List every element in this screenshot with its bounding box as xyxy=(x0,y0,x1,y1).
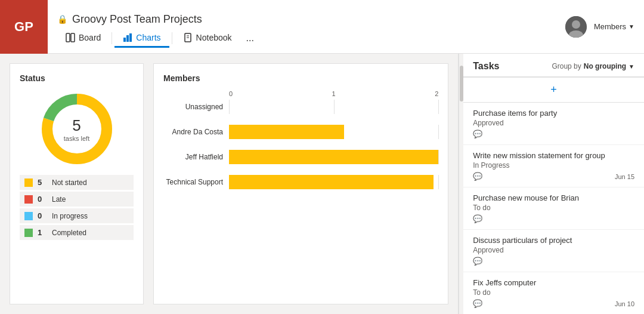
status-card: Status xyxy=(10,63,144,304)
task-item[interactable]: Write new mission statement for group In… xyxy=(463,145,644,187)
donut-center: 5 tasks left xyxy=(64,116,89,142)
svg-rect-3 xyxy=(126,35,129,42)
axis-label-2: 2 xyxy=(435,90,438,97)
legend-color-blue xyxy=(24,212,33,220)
left-panel: Status xyxy=(0,54,459,314)
bar-row-unassigned: Unassigned xyxy=(163,100,438,114)
more-button[interactable]: ... xyxy=(240,29,260,47)
group-by-control[interactable]: Group by No grouping ▼ xyxy=(552,62,634,70)
legend-color-yellow xyxy=(24,178,33,187)
bar-row-jeff: Jeff Hatfield xyxy=(163,150,438,164)
header: GP 🔒 Groovy Post Team Projects Board Cha… xyxy=(0,0,644,54)
task-item[interactable]: Fix Jeffs computer To do 💬 Jun 10 xyxy=(463,272,644,314)
nav-charts[interactable]: Charts xyxy=(114,29,169,48)
svg-rect-1 xyxy=(71,33,75,42)
svg-rect-2 xyxy=(123,38,126,42)
donut-label: tasks left xyxy=(64,135,89,142)
bar-label-support: Technical Support xyxy=(163,178,229,186)
nav-separator xyxy=(112,32,112,44)
bar-area-jeff xyxy=(229,150,438,164)
add-task-button[interactable]: + xyxy=(463,77,644,103)
bar-row-support: Technical Support xyxy=(163,175,438,189)
task-date: Jun 15 xyxy=(615,173,634,180)
legend-count-inprogress: 0 xyxy=(38,211,47,220)
task-date: Jun 10 xyxy=(615,300,634,307)
svg-point-9 xyxy=(572,20,580,29)
task-name: Write new mission statement for group xyxy=(473,151,634,160)
title-row: 🔒 Groovy Post Team Projects xyxy=(57,6,556,26)
task-footer: 💬 xyxy=(473,214,634,223)
legend-label-late: Late xyxy=(52,195,66,204)
task-footer: 💬 xyxy=(473,130,634,138)
task-footer: 💬 xyxy=(473,257,634,266)
legend-count-completed: 1 xyxy=(38,228,47,237)
group-by-chevron: ▼ xyxy=(628,63,634,70)
bar-label-andre: Andre Da Costa xyxy=(163,128,229,136)
comment-icon: 💬 xyxy=(473,172,482,181)
header-content: 🔒 Groovy Post Team Projects Board Charts… xyxy=(48,6,565,48)
tasks-title: Tasks xyxy=(473,61,499,72)
task-item[interactable]: Purchase items for party Approved 💬 xyxy=(463,103,644,145)
legend-label-notstarted: Not started xyxy=(52,178,87,187)
group-by-label: Group by xyxy=(552,62,581,70)
donut-chart: 5 tasks left xyxy=(38,90,116,168)
task-status: To do xyxy=(473,204,634,212)
logo: GP xyxy=(0,0,48,54)
legend-count-late: 0 xyxy=(38,195,47,204)
tasks-header: Tasks Group by No grouping ▼ xyxy=(463,54,644,77)
charts-icon xyxy=(123,33,132,42)
bar-area-andre xyxy=(229,125,438,139)
header-nav: Board Charts Notebook ... xyxy=(57,29,556,48)
axis-label-0: 0 xyxy=(229,90,233,97)
chevron-down-icon: ▼ xyxy=(628,23,634,30)
members-title: Members xyxy=(163,73,438,83)
legend-item-inprogress: 0 In progress xyxy=(20,208,134,223)
task-footer: 💬 Jun 10 xyxy=(473,299,634,308)
task-status: To do xyxy=(473,288,634,297)
task-footer: 💬 Jun 15 xyxy=(473,172,634,181)
legend-item-completed: 1 Completed xyxy=(20,225,134,240)
members-button[interactable]: Members ▼ xyxy=(594,22,634,31)
task-status: In Progress xyxy=(473,161,634,170)
header-right: Members ▼ xyxy=(565,16,644,38)
nav-notebook[interactable]: Notebook xyxy=(175,29,240,48)
task-status: Approved xyxy=(473,119,634,127)
task-name: Purchase items for party xyxy=(473,109,634,118)
legend-color-green xyxy=(24,229,33,237)
svg-rect-4 xyxy=(129,33,132,42)
nav-separator-2 xyxy=(172,32,172,44)
legend-item-late: 0 Late xyxy=(20,192,134,207)
task-status: Approved xyxy=(473,246,634,254)
task-item[interactable]: Discuss particulars of project Approved … xyxy=(463,230,644,272)
donut-count: 5 xyxy=(64,116,89,135)
axis-label-1: 1 xyxy=(332,90,336,97)
comment-icon: 💬 xyxy=(473,130,482,138)
group-by-value: No grouping xyxy=(584,62,626,70)
nav-board[interactable]: Board xyxy=(57,29,109,48)
tasks-list: Purchase items for party Approved 💬 Writ… xyxy=(463,103,644,314)
legend-label-completed: Completed xyxy=(52,229,86,237)
board-icon xyxy=(66,33,75,42)
comment-icon: 💬 xyxy=(473,214,482,223)
main-content: Status xyxy=(0,54,644,314)
legend-label-inprogress: In progress xyxy=(52,212,88,220)
notebook-icon xyxy=(183,33,193,42)
task-name: Purchase new mouse for Brian xyxy=(473,193,634,202)
project-title: Groovy Post Team Projects xyxy=(72,13,202,26)
bar-label-unassigned: Unassigned xyxy=(163,103,229,111)
task-name: Fix Jeffs computer xyxy=(473,278,634,287)
members-card: Members 0 1 2 Unassigned xyxy=(153,63,448,304)
svg-rect-0 xyxy=(66,33,70,42)
comment-icon: 💬 xyxy=(473,299,482,308)
status-title: Status xyxy=(20,73,134,83)
bar-row-andre: Andre Da Costa xyxy=(163,125,438,139)
bar-label-jeff: Jeff Hatfield xyxy=(163,153,229,161)
bar-area-support xyxy=(229,175,438,189)
bar-chart: 0 1 2 Unassigned xyxy=(163,90,438,189)
legend-count-notstarted: 5 xyxy=(38,178,47,187)
lock-icon: 🔒 xyxy=(57,14,67,24)
task-item[interactable]: Purchase new mouse for Brian To do 💬 xyxy=(463,187,644,230)
avatar xyxy=(565,16,587,38)
comment-icon: 💬 xyxy=(473,257,482,266)
scroll-thumb[interactable] xyxy=(460,66,463,101)
